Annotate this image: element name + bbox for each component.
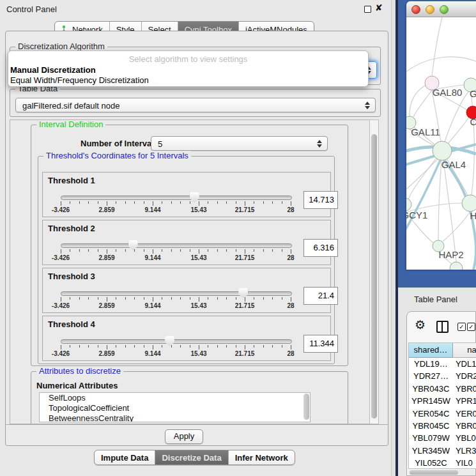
network-edge[interactable] xyxy=(410,86,425,116)
columns-icon[interactable] xyxy=(436,321,449,333)
network-node-label: H xyxy=(470,210,476,221)
threshold-1-panel: Threshold 1 -3.4262.8599.14415.4321.7152… xyxy=(42,172,331,217)
threshold-3-slider[interactable] xyxy=(61,291,292,296)
network-edge[interactable] xyxy=(406,57,476,72)
network-view-window: GAL80G.CGAL11GAL4GCY1HHAP2 xyxy=(406,1,476,270)
threshold-3-panel: Threshold 3 -3.4262.8599.14415.4321.7152… xyxy=(42,268,331,313)
combo-arrows-icon xyxy=(365,102,370,109)
tab-discretize-data[interactable]: Discretize Data xyxy=(155,450,228,464)
scrollbar-thumb[interactable] xyxy=(410,470,458,475)
screenshot-root: Control Panel ✘ Network Style Select Cyn… xyxy=(0,0,476,476)
zoom-window-icon[interactable] xyxy=(440,5,449,14)
table-row[interactable]: YBR043C YBR0 xyxy=(409,383,476,395)
slider-tick-labels: -3.4262.8599.14415.4321.71528 xyxy=(61,302,291,310)
interval-definition-label: Interval Definition xyxy=(36,119,105,129)
close-window-icon[interactable] xyxy=(411,5,420,14)
attributes-list-scrollbar[interactable] xyxy=(303,394,309,420)
table-data-group: Table Data galFiltered.sif default node xyxy=(10,89,381,117)
select-none-checkbox-icon[interactable]: ✓ xyxy=(467,323,475,331)
network-node-label: G. xyxy=(470,88,476,99)
settings-gear-icon[interactable]: ⚙ xyxy=(415,319,426,331)
slider-tick-labels: -3.4262.8599.14415.4321.71528 xyxy=(61,206,291,214)
threshold-4-label: Threshold 4 xyxy=(48,319,95,329)
table-row[interactable]: YBR045C YBR0 xyxy=(409,420,476,432)
table-row[interactable]: YPR145W YPR1 xyxy=(409,395,476,407)
network-node[interactable] xyxy=(450,262,463,270)
algorithm-option-manual[interactable]: Manual Discretization xyxy=(10,65,96,75)
algorithm-dropdown-popup: Select algorithm to view settings Manual… xyxy=(8,50,369,87)
attributes-group: Attributes to discretize Numerical Attri… xyxy=(31,371,348,424)
network-node[interactable] xyxy=(406,198,411,211)
threshold-2-label: Threshold 2 xyxy=(48,224,95,233)
table-row[interactable]: YLR345W YLR3 xyxy=(409,445,476,457)
slider-tick-labels: -3.4262.8599.14415.4321.71528 xyxy=(61,350,291,358)
thresholds-group-label: Threshold's Coordinates for 5 Intervals xyxy=(43,151,191,160)
tab-infer-network[interactable]: Infer Network xyxy=(229,450,295,464)
network-node[interactable] xyxy=(433,141,452,160)
numerical-attributes-list[interactable]: SelfLoopsTopologicalCoefficientBetweenne… xyxy=(39,392,311,422)
table-row[interactable]: YIL052C YIL0 xyxy=(409,457,476,469)
slider-ticks xyxy=(61,201,291,206)
table-data-combobox[interactable]: galFiltered.sif default node xyxy=(15,98,376,112)
table-body: YDL19… YDL1 YDR27… YDR2 YBR043C YBR0 xyxy=(409,358,476,469)
network-node-label: GCY1 xyxy=(406,210,427,220)
node-attribute-table: shared… na YDL19… YDL1 YDR27… YDR2 xyxy=(408,342,476,469)
table-row[interactable]: YBL079W YBL0 xyxy=(409,432,476,444)
threshold-4-slider[interactable] xyxy=(61,339,292,344)
tab-impute-data[interactable]: Impute Data xyxy=(95,450,155,464)
table-horizontal-scrollbar[interactable] xyxy=(408,470,475,475)
algorithm-placeholder-option[interactable]: Select algorithm to view settings xyxy=(8,54,368,64)
cyni-bottom-tabs: Impute Data Discretize Data Infer Networ… xyxy=(94,450,295,465)
number-of-intervals-combobox[interactable]: 5 xyxy=(151,136,328,151)
cyni-toolbox-content: Discretization Algorithm Table Data galF… xyxy=(5,31,388,446)
thresholds-group: Threshold's Coordinates for 5 Intervals … xyxy=(38,156,335,364)
network-edge-thick[interactable] xyxy=(473,230,476,270)
number-of-intervals-label: Number of Intervals xyxy=(81,139,158,148)
attribute-list-item[interactable]: SelfLoops xyxy=(40,393,310,403)
threshold-1-value-field[interactable]: 14.713 xyxy=(303,191,338,209)
threshold-2-slider[interactable] xyxy=(61,243,292,248)
threshold-1-slider[interactable] xyxy=(61,196,292,200)
minimize-window-icon[interactable] xyxy=(426,5,434,14)
table-row[interactable]: YDL19… YDL1 xyxy=(409,358,476,370)
scrollbar-thumb[interactable] xyxy=(371,134,377,418)
table-row[interactable]: YER054C YER0 xyxy=(409,408,476,420)
threshold-2-value-field[interactable]: 6.316 xyxy=(303,239,338,257)
float-window-icon[interactable] xyxy=(364,6,371,13)
threshold-4-value-field[interactable]: 11.344 xyxy=(303,335,338,353)
column-header-name[interactable]: na xyxy=(453,343,476,358)
select-all-checkbox-icon[interactable]: ✓ xyxy=(457,323,466,331)
settings-vertical-scrollbar[interactable] xyxy=(369,119,379,424)
slider-ticks xyxy=(61,297,291,302)
network-canvas[interactable]: GAL80G.CGAL11GAL4GCY1HHAP2 xyxy=(406,17,476,270)
close-panel-icon[interactable]: ✘ xyxy=(375,3,383,13)
network-window-titlebar[interactable] xyxy=(406,1,476,17)
network-node[interactable] xyxy=(462,195,476,211)
network-node-label: GAL11 xyxy=(411,127,440,137)
network-node-label: GAL80 xyxy=(433,87,463,98)
network-edge[interactable] xyxy=(432,17,442,76)
threshold-4-panel: Threshold 4 -3.4262.8599.14415.4321.7152… xyxy=(42,316,331,361)
network-edge-thick[interactable] xyxy=(406,160,440,240)
network-edge[interactable] xyxy=(443,211,470,242)
attribute-list-item[interactable]: BetweennessCentrality xyxy=(40,413,310,422)
interval-definition-group: Interval Definition Number of Intervals … xyxy=(31,125,348,366)
control-panel-titlebar: Control Panel ✘ xyxy=(0,0,391,18)
network-edge[interactable] xyxy=(413,90,432,117)
threshold-3-value-field[interactable]: 21.4 xyxy=(303,287,338,305)
algorithm-option-equal-width[interactable]: Equal Width/Frequency Discretization xyxy=(10,75,149,85)
threshold-1-label: Threshold 1 xyxy=(48,176,95,185)
apply-button[interactable]: Apply xyxy=(165,429,203,444)
slider-ticks xyxy=(61,345,291,350)
slider-tick-labels: -3.4262.8599.14415.4321.71528 xyxy=(61,254,291,262)
network-edge[interactable] xyxy=(442,91,470,151)
table-row[interactable]: YDR27… YDR2 xyxy=(409,370,476,382)
settings-scroll-viewport: Interval Definition Number of Intervals … xyxy=(10,119,369,424)
network-edge[interactable] xyxy=(406,158,438,198)
table-data-value: galFiltered.sif default node xyxy=(22,100,119,110)
table-panel-title: Table Panel xyxy=(414,295,457,304)
column-header-shared-name[interactable]: shared… xyxy=(409,343,453,358)
numerical-attributes-label: Numerical Attributes xyxy=(36,381,118,390)
attribute-list-item[interactable]: TopologicalCoefficient xyxy=(40,403,310,413)
network-node-label: C xyxy=(470,116,476,127)
